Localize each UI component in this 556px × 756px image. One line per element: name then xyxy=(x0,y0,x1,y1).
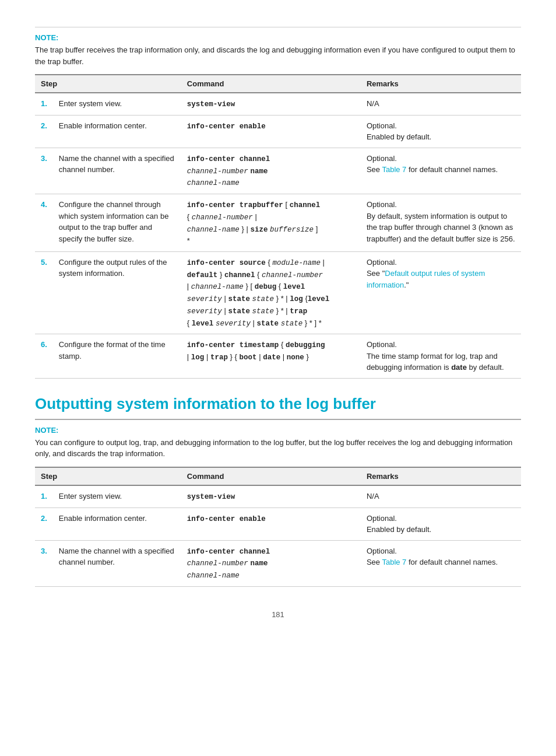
table-row: 5. Configure the output rules of the sys… xyxy=(35,251,521,334)
table2-header-remarks: Remarks xyxy=(361,467,521,485)
note1-text: The trap buffer receives the trap inform… xyxy=(35,44,521,67)
step-desc: Enter system view. xyxy=(53,93,181,115)
step-cmd: info-center source { module-name | defau… xyxy=(181,251,361,334)
step-rem: Optional.The time stamp format for log, … xyxy=(361,334,521,379)
table2-header-command: Command xyxy=(181,467,361,485)
note2-label: NOTE: xyxy=(35,426,521,435)
step-desc: Enable information center. xyxy=(53,508,181,540)
table2-header: Step Command Remarks xyxy=(35,467,521,485)
table1-header: Step Command Remarks xyxy=(35,75,521,93)
table-row: 1. Enter system view. system-view N/A xyxy=(35,93,521,115)
step-num: 1. xyxy=(35,485,53,508)
note1-label: NOTE: xyxy=(35,33,521,42)
step-num: 3. xyxy=(35,148,53,194)
step-num: 4. xyxy=(35,194,53,252)
step-rem: Optional.See Table 7 for default channel… xyxy=(361,540,521,586)
step-rem: Optional.By default, system information … xyxy=(361,194,521,252)
table-row: 3. Name the channel with a specified cha… xyxy=(35,148,521,194)
table1-header-command: Command xyxy=(181,75,361,93)
step-desc: Enable information center. xyxy=(53,115,181,148)
note1-top-rule xyxy=(35,27,521,27)
table2-header-step: Step xyxy=(35,467,181,485)
table-row: 2. Enable information center. info-cente… xyxy=(35,115,521,148)
step-desc: Name the channel with a specified channe… xyxy=(53,148,181,194)
step-desc: Name the channel with a specified channe… xyxy=(53,540,181,586)
step-cmd: info-center enable xyxy=(181,508,361,540)
page-number: 181 xyxy=(35,610,521,619)
step-rem: Optional.Enabled by default. xyxy=(361,508,521,540)
step-desc: Configure the output rules of the system… xyxy=(53,251,181,334)
step-num: 3. xyxy=(35,540,53,586)
step-cmd: info-center trapbuffer [ channel { chann… xyxy=(181,194,361,252)
section2-rule xyxy=(35,419,521,420)
table1-body: 1. Enter system view. system-view N/A 2.… xyxy=(35,93,521,378)
step-desc: Enter system view. xyxy=(53,485,181,508)
step-num: 2. xyxy=(35,115,53,148)
table-row: 1. Enter system view. system-view N/A xyxy=(35,485,521,508)
table7-link[interactable]: Table 7 xyxy=(382,165,406,174)
step-rem: N/A xyxy=(361,485,521,508)
table7-link2[interactable]: Table 7 xyxy=(382,558,406,566)
step-rem: N/A xyxy=(361,93,521,115)
step-desc: Configure the channel through which syst… xyxy=(53,194,181,252)
step-num: 1. xyxy=(35,93,53,115)
step-rem: Optional.See Table 7 for default channel… xyxy=(361,148,521,194)
step-rem: Optional.Enabled by default. xyxy=(361,115,521,148)
table-row: 6. Configure the format of the time stam… xyxy=(35,334,521,379)
step-cmd: info-center channel channel-number name … xyxy=(181,540,361,586)
table1-header-step: Step xyxy=(35,75,181,93)
step-cmd: info-center timestamp { debugging | log … xyxy=(181,334,361,379)
table2: Step Command Remarks 1. Enter system vie… xyxy=(35,467,521,587)
note2-text: You can configure to output log, trap, a… xyxy=(35,437,521,460)
default-output-rules-link[interactable]: Default output rules of system informati… xyxy=(367,269,485,289)
section2-title: Outputting system information to the log… xyxy=(35,395,521,413)
table-row: 3. Name the channel with a specified cha… xyxy=(35,540,521,586)
step-num: 6. xyxy=(35,334,53,379)
table-row: 2. Enable information center. info-cente… xyxy=(35,508,521,540)
step-num: 5. xyxy=(35,251,53,334)
note2-box: NOTE: You can configure to output log, t… xyxy=(35,426,521,460)
step-cmd: info-center enable xyxy=(181,115,361,148)
step-cmd: system-view xyxy=(181,485,361,508)
step-desc: Configure the format of the time stamp. xyxy=(53,334,181,379)
note1-box: NOTE: The trap buffer receives the trap … xyxy=(35,27,521,67)
table-row: 4. Configure the channel through which s… xyxy=(35,194,521,252)
step-rem: Optional.See "Default output rules of sy… xyxy=(361,251,521,334)
table1: Step Command Remarks 1. Enter system vie… xyxy=(35,74,521,379)
table1-header-remarks: Remarks xyxy=(361,75,521,93)
table2-body: 1. Enter system view. system-view N/A 2.… xyxy=(35,485,521,587)
step-cmd: info-center channel channel-number name … xyxy=(181,148,361,194)
step-cmd: system-view xyxy=(181,93,361,115)
step-num: 2. xyxy=(35,508,53,540)
